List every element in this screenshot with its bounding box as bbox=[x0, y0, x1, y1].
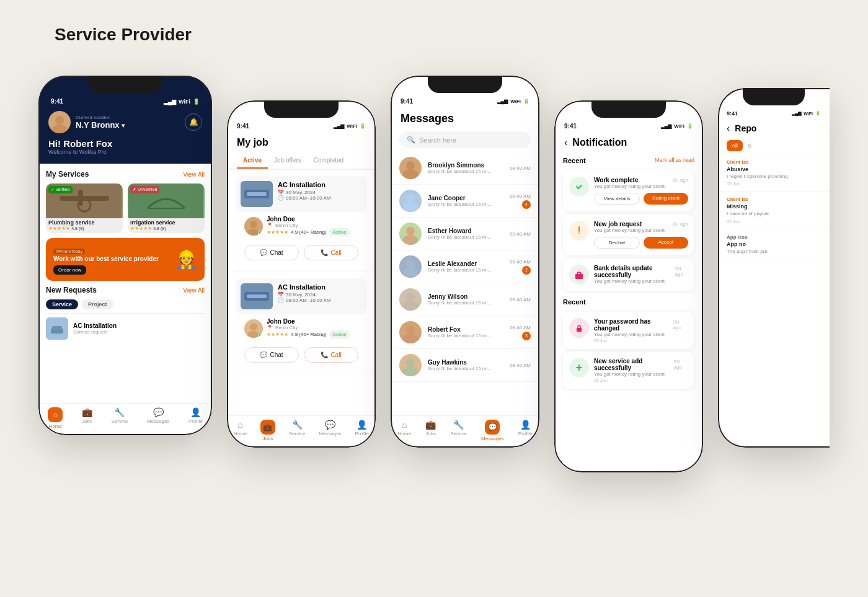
view-details-btn[interactable]: View details bbox=[594, 193, 640, 205]
filter-s[interactable]: S bbox=[743, 140, 756, 151]
nav-profile-p2[interactable]: 👤 Profile bbox=[355, 420, 369, 441]
nav-service[interactable]: 🔧 Service bbox=[112, 407, 128, 429]
chat-icon-2: 💬 bbox=[260, 352, 267, 358]
home-icon-p2: ⌂ bbox=[237, 420, 242, 430]
calendar-icon-2: 📅 bbox=[278, 292, 284, 298]
service-card-plumbing[interactable]: ✓ verified Plumbing service ★★★★★ 4.8 (8… bbox=[46, 184, 123, 233]
svg-rect-18 bbox=[247, 294, 267, 298]
nav-jobs[interactable]: 💼 Jobs bbox=[82, 407, 92, 429]
tab-service[interactable]: Service bbox=[46, 299, 78, 309]
location-name: N.Y Bronnx ▾ bbox=[76, 120, 180, 130]
worker-rating-2: 4.9 (40+ Rating) bbox=[291, 332, 327, 337]
nav-messages-p2[interactable]: 💬 Messages bbox=[319, 420, 341, 441]
msg-time-0: 08:40 AM bbox=[510, 166, 531, 171]
filter-all[interactable]: All bbox=[727, 140, 743, 151]
call-button-1[interactable]: 📞 Call bbox=[304, 245, 358, 260]
msg-avatar-3 bbox=[399, 255, 422, 278]
notif-icon-1 bbox=[569, 177, 589, 197]
report-type-2: Client Iss bbox=[727, 197, 821, 202]
services-view-all[interactable]: View All bbox=[183, 171, 205, 178]
request-item: AC Installation Service request bbox=[46, 313, 205, 343]
request-tabs: Service Project bbox=[46, 299, 205, 309]
service-icon-p3: 🔧 bbox=[453, 420, 464, 430]
signal-p5: ▂▄▆ bbox=[792, 111, 801, 116]
msg-preview-2: Sorry i'ii be lateabout 15 mi... bbox=[428, 234, 503, 240]
messages-active-icon-p3: 💬 bbox=[485, 420, 500, 435]
notif-card-pw: Your password has changed 2H ago You got… bbox=[563, 312, 694, 349]
notification-bell[interactable]: 🔔 bbox=[185, 113, 202, 131]
nav-messages-p3[interactable]: 💬 Messages bbox=[481, 420, 503, 441]
notif-title-3: Bank details update successfully bbox=[594, 265, 675, 278]
nav-service-p3[interactable]: 🔧 Service bbox=[450, 420, 467, 441]
call-button-2[interactable]: 📞 Call bbox=[304, 347, 358, 363]
msg-item-1[interactable]: Jane Cooper Sorry i'ii be lateabout 15 m… bbox=[391, 185, 539, 218]
back-arrow-p4[interactable]: ‹ bbox=[564, 137, 567, 148]
msg-item-3[interactable]: Leslie Alexander Sorry i'ii be lateabout… bbox=[391, 250, 539, 283]
notif-icon-2 bbox=[569, 221, 589, 241]
msg-item-4[interactable]: Jenny Wilson Sorry i'ii be lateabout 15 … bbox=[391, 283, 539, 316]
worker-location-1: Benin City bbox=[275, 223, 298, 228]
msg-time-1: 08:40 AM bbox=[510, 193, 531, 199]
msg-item-5[interactable]: Robert Fox Sorry i'ii be lateabout 15 mi… bbox=[391, 316, 539, 349]
order-now-button[interactable]: Order now bbox=[53, 265, 86, 275]
report-type-3: App Issu bbox=[727, 234, 821, 240]
msg-avatar-2 bbox=[399, 223, 422, 245]
chat-button-1[interactable]: 💬 Chat bbox=[244, 245, 299, 260]
msg-badge-3: 2 bbox=[522, 266, 531, 275]
msg-time-4: 08:40 AM bbox=[510, 297, 531, 303]
signal-p3: ▂▄▆ bbox=[497, 99, 508, 104]
svg-point-22 bbox=[403, 169, 418, 179]
location-pin-2: 📍 bbox=[267, 325, 273, 330]
new-requests-title: New Requests bbox=[46, 286, 97, 294]
nav-home-p3[interactable]: ⌂ Home bbox=[398, 420, 411, 441]
job-card-1: AC Installation 📅 30 May, 2024 🕐 08:00 A… bbox=[227, 170, 376, 272]
nav-messages[interactable]: 💬 Messages bbox=[147, 407, 169, 429]
location-pin-1: 📍 bbox=[267, 223, 273, 228]
home-icon-p3: ⌂ bbox=[402, 420, 407, 430]
search-placeholder: Search here bbox=[419, 136, 456, 144]
recent-label: Recent bbox=[563, 157, 586, 164]
nav-service-p2[interactable]: 🔧 Service bbox=[289, 420, 306, 441]
services-title: My Services bbox=[46, 170, 89, 179]
report-sub-1: I regret t Ojlkrome providing bbox=[727, 174, 821, 180]
svg-point-19 bbox=[250, 323, 257, 330]
phone2-header: My job bbox=[227, 132, 376, 153]
msg-name-2: Esther Howard bbox=[428, 228, 503, 234]
new-requests-view-all[interactable]: View All bbox=[183, 287, 205, 294]
nav-profile-p3[interactable]: 👤 Profile bbox=[518, 420, 533, 441]
decline-btn[interactable]: Decline bbox=[594, 237, 640, 249]
bottom-nav: ⌂ Home 💼 Jobs 🔧 Service 💬 Messages 👤 bbox=[38, 403, 212, 435]
phone-messages: 9:41 ▂▄▆ WiFi 🔋 Messages 🔍 Search here bbox=[391, 76, 539, 448]
tab-completed[interactable]: Completed bbox=[308, 153, 350, 169]
msg-item-2[interactable]: Esther Howard Sorry i'ii be lateabout 15… bbox=[391, 218, 539, 250]
signal-icon: ▂▄▆ bbox=[164, 99, 176, 105]
wifi-p4: WiFi bbox=[674, 123, 684, 129]
svg-point-21 bbox=[406, 161, 415, 170]
action-btns-2: 💬 Chat 📞 Call bbox=[236, 342, 367, 368]
nav-jobs-p2[interactable]: 💼 Jobs bbox=[260, 420, 275, 441]
svg-rect-39 bbox=[575, 274, 583, 279]
nav-jobs-p3[interactable]: 💼 Jobs bbox=[425, 420, 436, 441]
accept-btn[interactable]: Accept bbox=[644, 237, 688, 249]
msg-item-6[interactable]: Guy Hawkins Sorry i'ii be lateabout 15 m… bbox=[391, 349, 539, 382]
job-time-2: 🕐 08:00 AM -10:00 AM bbox=[278, 298, 331, 303]
nav-home-p2[interactable]: ⌂ Home bbox=[234, 420, 247, 441]
msg-time-2: 08:40 AM bbox=[510, 231, 531, 237]
service-card-irrigation[interactable]: ✗ Unverified Irrigation service ★★★★★ 4.… bbox=[128, 184, 205, 233]
msg-item-0[interactable]: Brooklyn Simmons Sorry i'ii be lateabout… bbox=[391, 152, 539, 185]
nav-home[interactable]: ⌂ Home bbox=[48, 407, 63, 429]
chat-button-2[interactable]: 💬 Chat bbox=[244, 347, 299, 363]
nav-profile[interactable]: 👤 Profile bbox=[188, 407, 203, 429]
notif-time-svc: 2H ago bbox=[674, 359, 688, 370]
rating-client-btn[interactable]: Rating client bbox=[644, 193, 688, 205]
msg-avatar-0 bbox=[399, 157, 422, 179]
svg-point-27 bbox=[406, 260, 415, 268]
tab-active[interactable]: Active bbox=[237, 153, 268, 169]
tab-job-offers[interactable]: Job offers bbox=[268, 153, 308, 169]
mark-all-btn[interactable]: Mark all as read bbox=[655, 157, 694, 164]
back-arrow-p5[interactable]: ‹ bbox=[727, 123, 730, 134]
services-section-header: My Services View All bbox=[46, 170, 205, 179]
phone-home: 9:41 ▂▄▆ WiFi 🔋 Current location N. bbox=[38, 76, 212, 435]
search-bar[interactable]: 🔍 Search here bbox=[399, 131, 531, 148]
tab-project[interactable]: Project bbox=[82, 299, 113, 309]
